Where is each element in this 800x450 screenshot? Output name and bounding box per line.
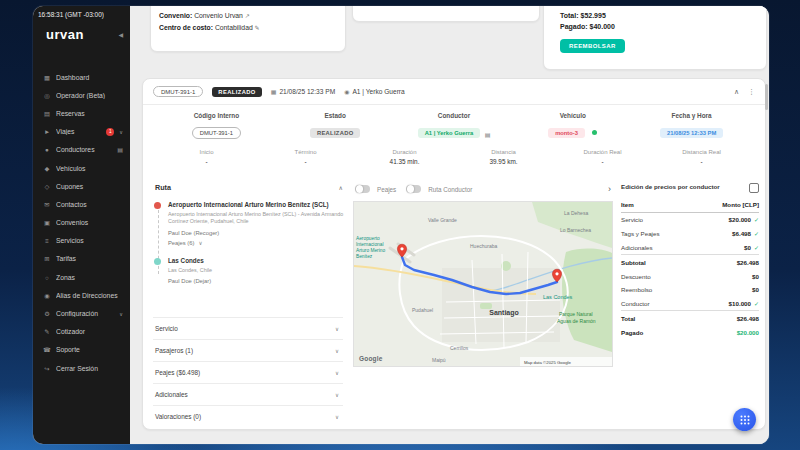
external-link-icon[interactable]: ↗ [245,13,250,19]
stop-tolls-toggle[interactable]: Peajes (6) ∨ [168,240,347,246]
row-label: Total [621,315,635,322]
agreements-icon: ▣ [43,219,51,226]
edit-icon[interactable]: ✎ [255,25,260,31]
sidebar-item-cupones[interactable]: ◇ Cupones [33,177,130,195]
row-amount: $20.000 [729,216,751,223]
map-label: La Dehesa [564,210,588,216]
stop-name: Aeropuerto Internacional Arturo Merino B… [168,201,347,209]
chevron-up-icon: ∧ [339,184,343,191]
driver-avatar-icon: ◉ [344,88,349,95]
sidebar-item-servicios[interactable]: ≡ Servicios [33,232,130,250]
sidebar-item-label: Contactos [56,201,123,208]
truncated-card [352,6,540,22]
contacts-icon: ✉ [43,201,51,208]
vehiculo-chip: monto-3 [548,128,585,138]
driver-doc-icon[interactable]: ▤ [485,132,491,138]
accordion-adicionales[interactable]: Adicionales ∨ [153,383,343,405]
route-panel-header[interactable]: Ruta ∧ [153,179,347,201]
row-amount: $20.000 [737,329,759,336]
field-fecha-hora: Fecha y Hora 21/08/25 12:33 PM [632,112,751,141]
sidebar-item-label: Conductores [56,146,112,153]
sidebar-item-viajes[interactable]: ► Viajes 1 ∨ [33,123,130,141]
accordion-servicio[interactable]: Servicio ∨ [153,317,343,339]
accordion-peajes[interactable]: Peajes ($6.498) ∨ [153,361,343,383]
accordion-label: Peajes ($6.498) [155,369,200,376]
sidebar-item-vehiculos[interactable]: ◆ Vehículos [33,159,130,177]
address-pin-icon: ◉ [43,292,51,299]
map-label-airport: Benítez [356,254,373,259]
centro-costo-label: Centro de costo: [159,24,213,31]
sidebar-item-soporte[interactable]: ☎ Soporte [33,341,130,359]
viajes-badge: 1 [106,128,114,136]
route-map[interactable]: Aeropuerto Internacional Arturo Merino B… [353,201,613,367]
field-distancia: Distancia 39.95 km. [454,149,553,165]
apps-fab-button[interactable] [733,408,756,431]
map-toggles: Peajes Ruta Conductor › [353,179,615,201]
row-amount: $0 [744,244,751,251]
chevron-right-icon[interactable]: › [608,184,613,194]
field-label: Vehículo [513,112,632,119]
route-panel: Ruta ∧ Aeropuerto Internacional Arturo M… [153,179,347,429]
trip-header[interactable]: DMUT-391-1 REALIZADO ▦ 21/08/25 12:33 PM… [143,79,765,105]
sidebar-item-configuracion[interactable]: ⚙ Configuración ∨ [33,304,130,322]
map-label-santiago: Santiago [489,309,519,317]
kebab-menu-icon[interactable]: ⋮ [748,88,755,96]
field-duracion-real: Duración Real - [553,149,652,165]
map-label-airport: Internacional [356,242,383,247]
sidebar-item-conductores[interactable]: ● Conductores ▤ [33,141,130,159]
sidebar-item-dashboard[interactable]: ▦ Dashboard [33,68,130,86]
accordion-pasajeros[interactable]: Pasajeros (1) ∨ [153,339,343,361]
col-amount: Monto [CLP] [722,201,759,208]
main-content: Convenio: Convenio Urvan ↗ Centro de cos… [130,6,769,444]
sidebar-item-cotizador[interactable]: ✎ Cotizador [33,323,130,341]
field-label: Distancia [454,149,553,155]
field-termino: Término - [256,149,355,165]
estado-chip: REALIZADO [310,128,361,138]
pricing-row-reembolso: Reembolso $0 [621,283,759,297]
collapse-trip-icon[interactable]: ∧ [734,88,739,96]
convenio-line: Convenio: Convenio Urvan ↗ [159,10,337,22]
trip-fields-row1: Código Interno DMUT-391-1 Estado REALIZA… [157,112,751,141]
sidebar-item-operador[interactable]: ◎ Operador (Beta) [33,86,130,104]
row-label: Adicionales [621,244,653,251]
services-icon: ≡ [43,237,51,244]
pricing-edit-checkbox[interactable] [749,183,759,193]
accordion-label: Pasajeros (1) [155,347,193,354]
sidebar-item-label: Configuración [56,310,114,317]
field-inicio: Inicio - [157,149,256,165]
coupons-icon: ◇ [43,183,51,190]
col-item: Item [621,201,634,208]
route-stop-destination: Las Condes Las Condes, Chile Paul Doe (D… [168,257,347,284]
reembolsar-button[interactable]: REEMBOLSAR [560,39,625,53]
accordion-valoraciones[interactable]: Valoraciones (0) ∨ [153,405,343,427]
support-icon: ☎ [43,346,51,353]
agreement-card: Convenio: Convenio Urvan ↗ Centro de cos… [150,6,346,52]
sidebar-item-zonas[interactable]: ○ Zonas [33,268,130,286]
row-amount: $26.498 [737,315,759,322]
sidebar-item-contactos[interactable]: ✉ Contactos [33,195,130,213]
pagado-line: Pagado: $40.000 [560,22,766,33]
ruta-conductor-toggle[interactable] [406,185,421,194]
sidebar-item-cerrar-sesion[interactable]: ↪ Cerrar Sesión [33,359,130,377]
sidebar-item-alias-direcciones[interactable]: ◉ Alias de Direcciones [33,286,130,304]
sidebar-item-label: Viajes [56,128,101,135]
trip-driver-value: A1 | Yerko Guerra [352,88,404,95]
route-stops: Aeropuerto Internacional Arturo Merino B… [153,201,347,284]
sidebar-collapse-icon[interactable]: ◀ [118,31,123,38]
chevron-down-icon: ∨ [198,240,202,246]
dashboard-icon: ▦ [43,74,51,81]
sidebar-item-tarifas[interactable]: ⊞ Tarifas [33,250,130,268]
sidebar-item-reservas[interactable]: ▤ Reservas [33,104,130,122]
chevron-down-icon: ∨ [335,370,339,376]
chevron-down-icon: ∨ [335,414,339,420]
field-value: - [256,158,355,165]
peajes-toggle[interactable] [355,185,370,194]
driver-card-icon: ▤ [117,146,123,153]
accordion-label: Servicio [155,325,178,332]
pricing-row-descuento: Descuento $0 [621,269,759,283]
field-label: Código Interno [157,112,276,119]
pricing-row-total: Total $26.498 [621,310,759,325]
scrollbar-thumb[interactable] [765,84,768,110]
sidebar-item-convenios[interactable]: ▣ Convenios [33,214,130,232]
total-value: $52.995 [581,12,606,19]
